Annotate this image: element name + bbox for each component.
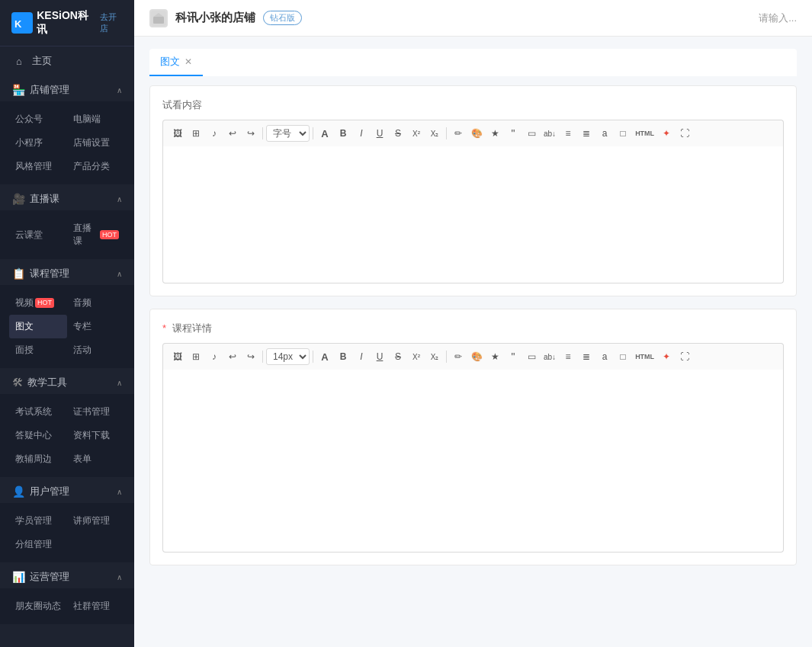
sidebar-item-product-cat[interactable]: 产品分类 [67, 155, 125, 178]
sidebar-item-mini[interactable]: 小程序 [9, 131, 67, 155]
toolbar2-sup-btn[interactable]: X² [408, 348, 425, 365]
sidebar-item-cert[interactable]: 证书管理 [67, 400, 125, 424]
sidebar-item-moments[interactable]: 朋友圈动态 [9, 594, 67, 618]
sidebar-item-home[interactable]: ⌂ 主页 [0, 46, 134, 75]
toolbar-quote-btn[interactable]: " [505, 125, 522, 142]
toolbar-html-btn[interactable]: HTML [633, 125, 656, 142]
toolbar2-quote-btn[interactable]: " [505, 348, 522, 365]
toolbar2-list-ol-btn[interactable]: ≡ [560, 348, 576, 365]
toolbar-border-btn[interactable]: ▭ [523, 125, 540, 142]
sidebar-item-community[interactable]: 社群管理 [67, 594, 125, 618]
toolbar2-sub-btn[interactable]: X₂ [426, 348, 443, 365]
toolbar-bold-btn[interactable]: B [335, 125, 351, 142]
toolbar-underline-btn[interactable]: U [371, 125, 388, 142]
font-size-select-2[interactable]: 14px 12px 16px 18px 20px [266, 348, 310, 365]
toolbar2-fontsize-btn[interactable]: A [316, 348, 333, 365]
toolbar2-border-btn[interactable]: ▭ [523, 348, 540, 365]
toolbar2-special-btn[interactable]: ✦ [658, 348, 675, 365]
sidebar-item-exam[interactable]: 考试系统 [9, 400, 67, 424]
toolbar2-link-btn[interactable]: a [596, 348, 613, 365]
sidebar-section-course[interactable]: 📋 课程管理 ∧ [0, 259, 134, 285]
toolbar2-bold-btn[interactable]: B [335, 348, 351, 365]
toolbar-list-ol-btn[interactable]: ≡ [560, 125, 576, 142]
tab-close-icon[interactable]: ✕ [185, 56, 192, 67]
sidebar-item-gzh[interactable]: 公众号 [9, 107, 67, 131]
toolbar2-color-btn[interactable]: 🎨 [468, 348, 485, 365]
toolbar-italic-btn[interactable]: I [353, 125, 370, 142]
course-submenu: 视频 HOT 音频 图文 专栏 面授 活动 [0, 285, 134, 368]
sidebar-item-download[interactable]: 资料下载 [67, 424, 125, 447]
sidebar-item-store-settings[interactable]: 店铺设置 [67, 131, 125, 155]
sidebar-section-user[interactable]: 👤 用户管理 ∧ [0, 477, 134, 503]
toolbar2-redo-btn[interactable]: ↪ [242, 348, 259, 365]
operation-submenu: 朋友圈动态 社群管理 [0, 588, 134, 624]
sidebar-item-form[interactable]: 表单 [67, 447, 125, 471]
toolbar2-html-btn[interactable]: HTML [633, 348, 656, 365]
toolbar-clear-btn[interactable]: □ [615, 125, 631, 142]
sidebar-item-textbook[interactable]: 教辅周边 [9, 447, 67, 471]
toolbar-redo-btn[interactable]: ↪ [242, 125, 259, 142]
sidebar-item-qa[interactable]: 答疑中心 [9, 424, 67, 447]
toolbar-sub-btn[interactable]: X₂ [426, 125, 443, 142]
sidebar-section-store[interactable]: 🏪 店铺管理 ∧ [0, 75, 134, 101]
tools-label: 教学工具 [27, 376, 117, 389]
toolbar-fullscreen-btn[interactable]: ⛶ [676, 125, 693, 142]
toolbar2-undo-btn[interactable]: ↩ [224, 348, 241, 365]
toolbar2-fullscreen-btn[interactable]: ⛶ [676, 348, 693, 365]
font-size-select-1[interactable]: 字号 12px 14px 16px 18px [266, 125, 310, 142]
sidebar-item-activity[interactable]: 活动 [67, 338, 125, 362]
sidebar-item-cloud-class[interactable]: 云课堂 [9, 216, 67, 253]
sidebar-item-student[interactable]: 学员管理 [9, 509, 67, 533]
toolbar-table-btn[interactable]: ⊞ [188, 125, 204, 142]
course-label: 课程管理 [30, 267, 117, 280]
toolbar-strike-btn[interactable]: S [390, 125, 406, 142]
tools-arrow-icon: ∧ [117, 379, 122, 387]
toolbar2-eraser-btn[interactable]: ✏ [450, 348, 467, 365]
brand-name: KESiON科讯 [37, 9, 95, 37]
sidebar-item-live-class[interactable]: 直播课 HOT [67, 216, 125, 253]
tab-article[interactable]: 图文 ✕ [149, 49, 203, 76]
toolbar-abbr-btn[interactable]: ab↓ [541, 125, 558, 142]
live-label: 直播课 [30, 192, 117, 206]
toolbar-music-btn[interactable]: ♪ [206, 125, 223, 142]
sidebar-section-tools[interactable]: 🛠 教学工具 ∧ [0, 368, 134, 394]
toolbar-link-btn[interactable]: a [596, 125, 613, 142]
operation-label: 运营管理 [30, 570, 117, 584]
toolbar2-image-btn[interactable]: 🖼 [169, 348, 186, 365]
toolbar2-italic-btn[interactable]: I [353, 348, 370, 365]
sidebar-item-audio[interactable]: 音频 [67, 291, 125, 315]
toolbar2-abbr-btn[interactable]: ab↓ [541, 348, 558, 365]
toolbar-list-ul-btn[interactable]: ≣ [578, 125, 595, 142]
sidebar-item-teacher[interactable]: 讲师管理 [67, 509, 125, 533]
toolbar2-emoji-btn[interactable]: ★ [486, 348, 503, 365]
sidebar-item-video[interactable]: 视频 HOT [9, 291, 67, 315]
sidebar-item-offline[interactable]: 面授 [9, 338, 67, 362]
toolbar2-music-btn[interactable]: ♪ [206, 348, 223, 365]
home-icon: ⌂ [12, 56, 26, 67]
sidebar-item-column[interactable]: 专栏 [67, 315, 125, 338]
toolbar-fontsize-btn[interactable]: A [316, 125, 333, 142]
sidebar-section-operation[interactable]: 📊 运营管理 ∧ [0, 562, 134, 588]
svg-rect-3 [153, 17, 164, 24]
sidebar-section-live[interactable]: 🎥 直播课 ∧ [0, 184, 134, 210]
sidebar-item-style[interactable]: 风格管理 [9, 155, 67, 178]
sidebar-item-article[interactable]: 图文 [9, 315, 67, 338]
toolbar-color-btn[interactable]: 🎨 [468, 125, 485, 142]
toolbar2-list-ul-btn[interactable]: ≣ [578, 348, 595, 365]
toolbar-eraser-btn[interactable]: ✏ [450, 125, 467, 142]
toolbar2-strike-btn[interactable]: S [390, 348, 406, 365]
preview-editor-content[interactable] [162, 146, 784, 283]
main-area: 科讯小张的店铺 钻石版 请输入... 图文 ✕ 试看内容 🖼 ⊞ ♪ ↩ ↪ [134, 0, 812, 647]
toolbar-special-btn[interactable]: ✦ [658, 125, 675, 142]
toolbar-emoji-btn[interactable]: ★ [486, 125, 503, 142]
toolbar2-underline-btn[interactable]: U [371, 348, 388, 365]
toolbar-sup-btn[interactable]: X² [408, 125, 425, 142]
toolbar2-table-btn[interactable]: ⊞ [188, 348, 204, 365]
toolbar-divider-1 [262, 127, 263, 139]
toolbar2-clear-btn[interactable]: □ [615, 348, 631, 365]
toolbar-image-btn[interactable]: 🖼 [169, 125, 186, 142]
sidebar-item-group[interactable]: 分组管理 [9, 533, 67, 556]
course-detail-editor-content[interactable] [162, 370, 784, 553]
toolbar-undo-btn[interactable]: ↩ [224, 125, 241, 142]
sidebar-item-pc[interactable]: 电脑端 [67, 107, 125, 131]
